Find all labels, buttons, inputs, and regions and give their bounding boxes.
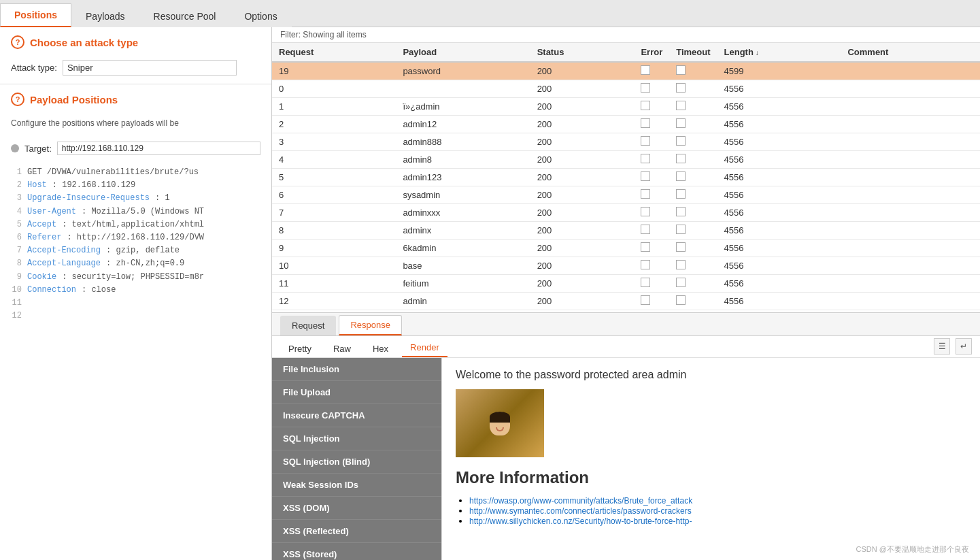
cell-timeout[interactable] [669,186,717,204]
table-header-row: Request Payload Status Error Timeout Len… [272,43,980,62]
cell-comment [841,98,980,116]
table-row[interactable]: 1 ï»¿admin 200 4556 [272,98,980,116]
table-row[interactable]: 0 200 4556 [272,80,980,98]
table-row[interactable]: 2 admin12 200 4556 [272,116,980,133]
cell-error[interactable] [634,116,669,133]
cell-timeout[interactable] [669,62,717,80]
menu-item[interactable]: XSS (DOM) [272,497,441,520]
cell-timeout[interactable] [669,116,717,133]
cell-timeout[interactable] [669,80,717,98]
subtab-render[interactable]: Render [402,339,447,357]
cell-error[interactable] [634,275,669,293]
table-row[interactable]: 6 sysadmin 200 4556 [272,186,980,204]
attack-type-section-header: ? Choose an attack type [0,27,271,57]
cell-timeout[interactable] [669,151,717,169]
menu-item[interactable]: Weak Session IDs [272,474,441,497]
col-length[interactable]: Length [717,43,841,62]
menu-item[interactable]: Insecure CAPTCHA [272,404,441,427]
tab-payloads[interactable]: Payloads [71,5,139,27]
cell-error[interactable] [634,169,669,186]
cell-error[interactable] [634,222,669,240]
cell-request: 2 [272,116,396,133]
attack-type-input[interactable] [63,60,237,76]
cell-timeout[interactable] [669,98,717,116]
tab-resource-pool[interactable]: Resource Pool [139,5,231,27]
menu-item[interactable]: File Upload [272,381,441,404]
subtab-pretty[interactable]: Pretty [280,340,320,357]
cell-payload: admin [396,293,530,310]
attack-type-icon: ? [11,35,24,49]
table-row[interactable]: 9 6kadmin 200 4556 [272,240,980,257]
info-link[interactable]: http://www.sillychicken.co.nz/Security/h… [469,516,692,526]
cell-timeout[interactable] [669,240,717,257]
menu-item[interactable]: SQL Injection (Blind) [272,450,441,474]
cell-error[interactable] [634,80,669,98]
cell-status: 200 [530,204,635,222]
col-request[interactable]: Request [272,43,396,62]
col-error[interactable]: Error [634,43,669,62]
col-timeout[interactable]: Timeout [669,43,717,62]
cell-error[interactable] [634,257,669,275]
cell-error[interactable] [634,98,669,116]
code-key: Upgrade-Insecure-Requests [27,192,150,205]
info-link[interactable]: http://www.symantec.com/connect/articles… [469,506,692,516]
table-row[interactable]: 3 admin888 200 4556 [272,133,980,151]
table-row[interactable]: 10 base 200 4556 [272,257,980,275]
table-row[interactable]: 12 admin 200 4556 [272,293,980,310]
cell-timeout[interactable] [669,169,717,186]
cell-payload: feitium [396,275,530,293]
cell-timeout[interactable] [669,133,717,151]
cell-timeout[interactable] [669,293,717,310]
cell-request: 6 [272,186,396,204]
col-payload[interactable]: Payload [396,43,530,62]
attack-type-label: Attack type: [11,63,57,73]
code-area: 1GET /DVWA/vulnerabilities/brute/?us2Hos… [0,161,271,560]
menu-item[interactable]: XSS (Stored) [272,543,441,560]
code-line: 6Referer: http://192.168.110.129/DVW [11,231,260,244]
info-link[interactable]: https://owasp.org/www-community/attacks/… [469,496,692,506]
menu-item[interactable]: XSS (Reflected) [272,520,441,543]
table-row[interactable]: 4 admin8 200 4556 [272,151,980,169]
cell-timeout[interactable] [669,275,717,293]
cell-comment [841,257,980,275]
tab-response[interactable]: Response [339,315,402,335]
tab-options[interactable]: Options [230,5,291,27]
cell-comment [841,240,980,257]
cell-error[interactable] [634,204,669,222]
subtab-hex[interactable]: Hex [365,340,396,357]
table-row[interactable]: 5 admin123 200 4556 [272,169,980,186]
cell-length: 4556 [717,240,841,257]
table-row[interactable]: 8 adminx 200 4556 [272,222,980,240]
tab-positions[interactable]: Positions [0,3,71,27]
rendered-panel: Welcome to the password protected area a… [442,358,980,560]
menu-item[interactable]: SQL Injection [272,427,441,450]
table-row[interactable]: 11 feitium 200 4556 [272,275,980,293]
welcome-text: Welcome to the password protected area a… [456,369,966,381]
cell-timeout[interactable] [669,222,717,240]
cell-request: 3 [272,133,396,151]
col-status[interactable]: Status [530,43,635,62]
cell-timeout[interactable] [669,204,717,222]
cell-error[interactable] [634,186,669,204]
cell-error[interactable] [634,62,669,80]
cell-error[interactable] [634,133,669,151]
col-comment[interactable]: Comment [841,43,980,62]
cell-error[interactable] [634,293,669,310]
line-num: 8 [11,257,22,270]
cell-error[interactable] [634,151,669,169]
tab-request[interactable]: Request [280,316,336,335]
line-num: 10 [11,284,22,297]
table-row[interactable]: 19 password 200 4599 [272,62,980,80]
code-line: 2Host: 192.168.110.129 [11,179,260,192]
menu-item[interactable]: File Inclusion [272,358,441,381]
list-icon[interactable]: ☰ [934,338,950,355]
info-links: https://owasp.org/www-community/attacks/… [456,495,966,526]
table-row[interactable]: 7 adminxxx 200 4556 [272,204,980,222]
cell-timeout[interactable] [669,257,717,275]
subtab-raw[interactable]: Raw [325,340,359,357]
target-input[interactable] [57,142,260,155]
cell-status: 200 [530,222,635,240]
newline-icon[interactable]: ↵ [956,338,972,355]
cell-error[interactable] [634,240,669,257]
results-table-container[interactable]: Request Payload Status Error Timeout Len… [272,43,980,312]
